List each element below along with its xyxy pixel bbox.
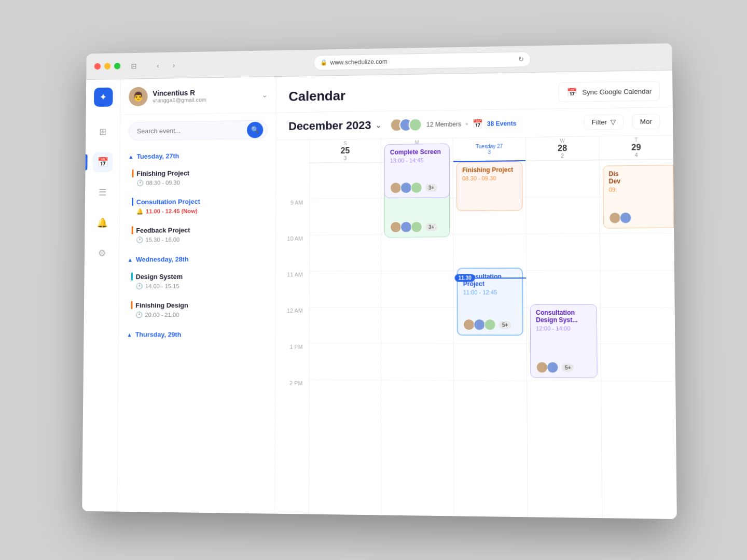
time-label xyxy=(276,163,309,200)
day-header-tuesday[interactable]: ▲ Tuesday, 27th xyxy=(120,146,276,164)
search-button[interactable]: 🔍 xyxy=(247,121,263,138)
sync-google-calendar-button[interactable]: 📅 Sync Google Calendar xyxy=(558,81,660,102)
day-col-header[interactable]: T 29 4 xyxy=(599,136,673,161)
member-avatars xyxy=(390,118,422,132)
collapse-icon: ▲ xyxy=(128,153,134,160)
list-item[interactable]: Finishing Project 🕐 08.30 - 09.30 xyxy=(124,163,272,192)
events-count: 38 Events xyxy=(487,120,517,128)
avatar xyxy=(390,182,402,193)
list-item[interactable]: Consultation Project 🔔 11.00 - 12.45 (No… xyxy=(123,191,271,220)
sidebar-item-tasks[interactable]: ☰ xyxy=(92,182,113,202)
lock-icon: 🔒 xyxy=(320,59,327,66)
clock-icon: 🕐 xyxy=(136,179,144,187)
day-column-wednesday: W 28 2 Consultation Design Syst... 12:00… xyxy=(525,136,602,518)
avatar xyxy=(411,182,422,193)
event-time-text: 14.00 - 15.15 xyxy=(145,283,179,289)
sidebar-item-dashboard[interactable]: ⊞ xyxy=(93,122,113,142)
list-item[interactable]: Finishing Design 🕐 20.00 - 21.00 xyxy=(123,296,271,324)
members-group: 12 Members • 📅 38 Events xyxy=(390,117,516,132)
hour-row xyxy=(601,344,675,382)
event-title: Feedback Project xyxy=(132,226,264,234)
sync-label: Sync Google Calendar xyxy=(582,87,652,96)
event-name: Finishing Design xyxy=(135,301,188,309)
event-card-time: 08.30 - 09.30 xyxy=(462,175,517,181)
event-avatars: 5+ xyxy=(536,361,574,373)
back-button[interactable]: ‹ xyxy=(151,59,164,72)
sidebar-toggle-icon[interactable]: ⊟ xyxy=(127,58,142,74)
event-title: Finishing Design xyxy=(131,301,263,309)
event-card-title: Consultation Design Syst... xyxy=(536,309,591,324)
avatar: 👨 xyxy=(129,87,148,106)
close-button[interactable] xyxy=(94,63,101,70)
collapse-icon: ▲ xyxy=(127,331,132,338)
day-section-wednesday: ▲ Wednesday, 28th Design System 🕐 14.00 … xyxy=(119,250,275,324)
day-header-wednesday[interactable]: ▲ Wednesday, 28th xyxy=(119,250,275,267)
separator: • xyxy=(465,119,468,129)
reload-button[interactable]: ↻ xyxy=(518,55,523,63)
icon-sidebar: ✦ ⊞ 📅 ☰ 🔔 ⚙ xyxy=(82,79,121,512)
day-column-tuesday: Tuesday 27 3 Finishing Project 08.30 - 0… xyxy=(453,137,528,517)
event-color-indicator xyxy=(132,170,134,178)
hour-row xyxy=(310,271,381,307)
logo-icon: ✦ xyxy=(100,92,107,103)
google-calendar-icon: 📅 xyxy=(566,87,578,98)
more-badge: 5+ xyxy=(562,363,574,371)
sidebar-item-notifications[interactable]: 🔔 xyxy=(92,213,112,233)
hour-row xyxy=(601,307,675,345)
event-avatars xyxy=(609,212,631,224)
calendar-icon: 📅 xyxy=(473,119,483,129)
event-name: Consultation Project xyxy=(136,198,200,206)
day-col-header-today[interactable]: Tuesday 27 3 xyxy=(453,137,525,162)
event-card-dis-dev[interactable]: DisDev 09: xyxy=(603,165,674,228)
calendar-grid: 9 AM 10 AM 11 AM 12 AM 1 PM 2 PM S 25 3 xyxy=(275,136,677,520)
search-input[interactable] xyxy=(137,121,243,140)
events-sidebar: 👨 Vincentius R vrangga1@gmail.com ⌄ 🔍 ▲ … xyxy=(117,77,276,514)
event-avatars: 5+ xyxy=(463,319,511,330)
more-button[interactable]: Mor xyxy=(632,114,660,130)
filter-button[interactable]: Filter ▽ xyxy=(584,114,624,130)
event-time-text: 08.30 - 09.30 xyxy=(146,179,180,186)
event-time-text: 20.00 - 21.00 xyxy=(145,312,179,318)
address-bar[interactable]: 🔒 www.schedulize.com ↻ xyxy=(313,51,531,71)
event-avatars: 3+ xyxy=(390,182,437,194)
avatar xyxy=(409,118,422,131)
event-card-complete-screen[interactable]: Complete Screen 13:00 - 14:45 3+ xyxy=(384,144,450,199)
browser-navigation: ‹ › xyxy=(151,59,181,72)
day-column-thursday: T 29 4 DisDev 09: xyxy=(599,136,676,520)
day-label-thursday: Thursday, 29th xyxy=(135,331,182,339)
list-item[interactable]: Design System 🕐 14.00 - 15.15 xyxy=(123,267,271,295)
hour-row xyxy=(527,234,600,271)
page-title: Calendar xyxy=(288,88,345,104)
event-title: Finishing Project xyxy=(132,168,264,177)
user-email: vrangga1@gmail.com xyxy=(153,96,257,104)
minimize-button[interactable] xyxy=(104,63,111,69)
sidebar-item-calendar[interactable]: 📅 xyxy=(92,152,113,172)
url-text: www.schedulize.com xyxy=(330,58,388,66)
day-column-monday: M 26 4 Project Continue 09:00 - 11:00 xyxy=(381,138,454,516)
hour-row: Complete Screen 13:00 - 14:45 3+ xyxy=(381,307,453,344)
event-time-text: 11.00 - 12.45 (Now) xyxy=(146,208,198,214)
day-label-tuesday: Tuesday, 27th xyxy=(136,152,179,160)
event-card-time: 13:00 - 14:45 xyxy=(390,157,444,164)
sidebar-item-settings[interactable]: ⚙ xyxy=(92,243,112,263)
calendar-header: Calendar 📅 Sync Google Calendar xyxy=(276,71,673,113)
event-card-title: DisDev xyxy=(608,170,668,185)
collapse-icon: ▲ xyxy=(127,256,133,262)
day-header-thursday[interactable]: ▲ Thursday, 29th xyxy=(119,326,275,342)
avatar xyxy=(400,221,412,233)
time-column: 9 AM 10 AM 11 AM 12 AM 1 PM 2 PM xyxy=(275,140,309,514)
maximize-button[interactable] xyxy=(114,63,121,69)
calendar-columns: 9 AM 10 AM 11 AM 12 AM 1 PM 2 PM S 25 3 xyxy=(275,136,677,520)
user-profile[interactable]: 👨 Vincentius R vrangga1@gmail.com ⌄ xyxy=(120,85,275,115)
event-card-consultation-design[interactable]: Consultation Design Syst... 12:00 - 14:0… xyxy=(530,304,598,379)
forward-button[interactable]: › xyxy=(167,59,180,72)
month-selector[interactable]: December 2023 ⌄ xyxy=(288,118,382,133)
day-col-header[interactable]: W 28 2 xyxy=(526,136,599,161)
event-card-finishing-project[interactable]: Finishing Project 08.30 - 09.30 xyxy=(457,161,523,211)
hour-row xyxy=(454,344,527,381)
time-label: 9 AM xyxy=(276,200,309,236)
event-color-indicator xyxy=(131,272,133,281)
event-card-time: 09: xyxy=(609,186,668,193)
day-col-header[interactable]: S 25 3 xyxy=(310,139,381,163)
list-item[interactable]: Feedback Project 🕐 15.30 - 16.00 xyxy=(123,220,271,249)
